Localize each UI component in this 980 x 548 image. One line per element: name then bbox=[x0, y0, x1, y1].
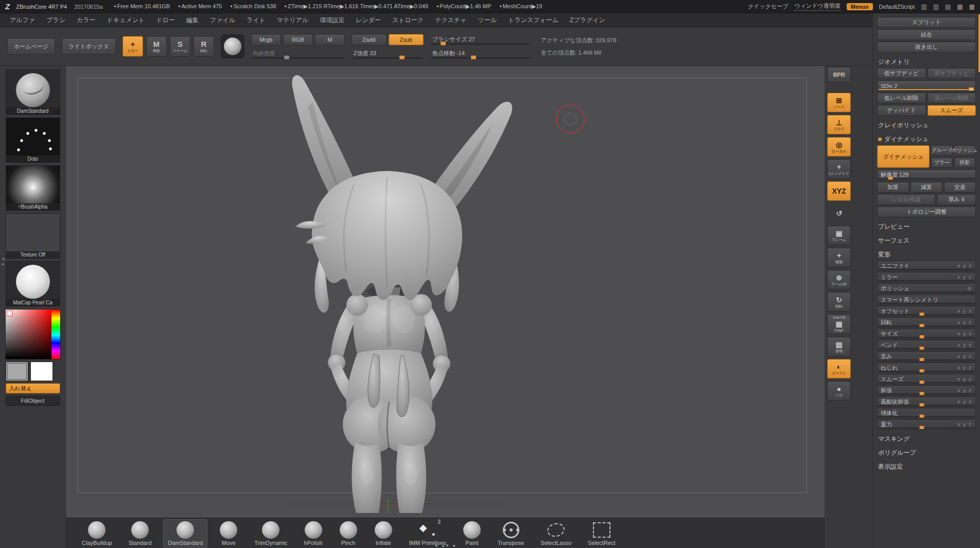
view-control-button[interactable]: XYZ bbox=[827, 181, 851, 201]
dynamesh-project-button[interactable]: 投影 bbox=[954, 158, 975, 168]
masking-section-header[interactable]: マスキング bbox=[878, 435, 975, 443]
fill-object-button[interactable]: FillObject bbox=[6, 396, 60, 406]
view-control-button[interactable]: ◎ ローカル bbox=[827, 137, 851, 157]
axis-toggles[interactable]: x y z bbox=[957, 275, 972, 280]
menu-item[interactable]: ファイル bbox=[204, 14, 241, 27]
tray-pager-arrows[interactable]: ◄▲▼► bbox=[434, 543, 457, 548]
menu-item[interactable]: ツール bbox=[472, 14, 503, 27]
tray-brush[interactable]: Standard bbox=[124, 519, 156, 547]
delete-lower-button[interactable]: 低レベル削除 bbox=[877, 93, 926, 104]
view-control-button[interactable]: ▨ 透明 bbox=[827, 337, 851, 356]
menu-item[interactable]: ドロー bbox=[150, 14, 181, 27]
deform-slider[interactable]: オフセット x y z bbox=[877, 306, 976, 316]
grid-layout-icon[interactable]: ▩ bbox=[969, 3, 975, 10]
menu-item[interactable]: Zプラグイン bbox=[564, 14, 611, 27]
subtool-action-button[interactable]: スプリット bbox=[877, 17, 976, 28]
mode-button[interactable]: M 移動 bbox=[146, 36, 167, 57]
dynamesh-polish-button[interactable]: ポリッシュ bbox=[954, 145, 975, 156]
focal-shift-slider[interactable]: 焦点移動 -14 bbox=[430, 48, 531, 59]
axis-toggles[interactable]: x y z bbox=[957, 331, 972, 336]
tray-brush[interactable]: Inflate bbox=[370, 519, 397, 547]
m-button[interactable]: M bbox=[315, 34, 345, 45]
resource-thumbnail[interactable]: DamStandard bbox=[6, 70, 60, 115]
view-control-button[interactable]: Line Fill ▦ PolyF bbox=[827, 314, 851, 334]
menu-item[interactable]: ライト bbox=[241, 14, 271, 27]
tray-brush[interactable]: Pinch bbox=[335, 519, 362, 547]
quicksave-button[interactable]: クイックセーブ bbox=[748, 3, 789, 10]
tray-brush[interactable]: Paint bbox=[458, 519, 486, 547]
deform-slider[interactable]: 歪み x y z bbox=[877, 351, 976, 362]
rgb-intensity-slider[interactable]: Rgb強度 bbox=[251, 48, 345, 59]
zsub-button[interactable]: Zsub bbox=[389, 34, 424, 45]
view-control-button[interactable]: + Lシンメトリ bbox=[827, 159, 851, 179]
shelf-pager-arrows[interactable]: ◂▸ bbox=[0, 256, 6, 267]
deform-slider[interactable]: サイズ x y z bbox=[877, 329, 976, 339]
deform-slider[interactable]: ベンド x y z bbox=[877, 340, 976, 350]
deform-handle[interactable] bbox=[919, 381, 924, 384]
tray-brush[interactable]: DamStandard bbox=[163, 519, 207, 547]
homepage-button[interactable]: ホームページ bbox=[7, 38, 55, 55]
claypolish-section-header[interactable]: クレイポリッシュ bbox=[878, 121, 975, 130]
zadd-button[interactable]: Zadd bbox=[352, 34, 387, 45]
menu-item[interactable]: アルファ bbox=[4, 14, 41, 27]
axis-toggles[interactable]: x y z bbox=[957, 309, 972, 314]
zscript-label[interactable]: DefaultZScript bbox=[879, 4, 915, 10]
sculpt-viewport[interactable] bbox=[66, 66, 825, 518]
delete-higher-button[interactable]: 高レベル削除 bbox=[927, 93, 976, 104]
z-intensity-slider[interactable]: Z強度 33 bbox=[352, 48, 424, 59]
divide-button[interactable]: ディバイド bbox=[877, 105, 926, 116]
mrgb-button[interactable]: Mrgb bbox=[251, 34, 281, 45]
topology-adjust-button[interactable]: トポロジー調整 bbox=[877, 207, 976, 217]
doc-layout-icon[interactable]: ▦ bbox=[957, 3, 962, 10]
mode-button[interactable]: + ドロー bbox=[122, 36, 143, 57]
resource-thumbnail[interactable]: ~BrushAlpha bbox=[6, 165, 60, 211]
resolution-slider[interactable]: 解像度 128 bbox=[877, 169, 976, 180]
dynamesh-add-button[interactable]: 加算 bbox=[877, 182, 909, 193]
view-control-button[interactable]: ↻ 回転 bbox=[827, 292, 851, 312]
tray-brush[interactable]: Move bbox=[215, 519, 242, 547]
dynamesh-button[interactable]: ダイナメッシュ bbox=[877, 145, 930, 168]
deform-slider[interactable]: 回転 x y z bbox=[877, 317, 976, 328]
menu-item[interactable]: 編集 bbox=[181, 14, 204, 27]
view-control-button[interactable]: ⊕ ズーム3D bbox=[827, 270, 851, 289]
switch-color-button[interactable]: 入れ替え bbox=[6, 383, 60, 393]
subtool-action-button[interactable]: 結合 bbox=[877, 29, 976, 40]
smooth-button[interactable]: スムーズ bbox=[927, 105, 976, 116]
preview-section-header[interactable]: プレビュー bbox=[878, 222, 975, 231]
create-shell-button[interactable]: シェル作成 bbox=[877, 194, 935, 205]
menu-item[interactable]: レンダー bbox=[350, 14, 387, 27]
brush-size-handle[interactable] bbox=[441, 42, 446, 45]
sdiv-slider[interactable]: SDiv 2 bbox=[877, 80, 976, 91]
deform-handle[interactable] bbox=[919, 335, 924, 338]
brush-size-slider[interactable]: ブラシサイズ 27 bbox=[430, 34, 531, 45]
rgb-intensity-handle[interactable] bbox=[284, 56, 289, 59]
menus-button[interactable]: Menus bbox=[847, 3, 873, 10]
dynamesh-blur-button[interactable]: ブラー bbox=[931, 158, 952, 168]
deform-handle[interactable] bbox=[919, 347, 924, 350]
color-picker[interactable] bbox=[5, 309, 61, 359]
deform-handle[interactable] bbox=[919, 369, 924, 372]
resource-thumbnail[interactable]: Texture Off bbox=[6, 213, 60, 259]
deform-handle[interactable] bbox=[919, 415, 924, 418]
dynamesh-and-button[interactable]: 交差 bbox=[944, 182, 976, 193]
tray-brush[interactable]: SelectRect bbox=[583, 519, 620, 547]
dynamesh-group-button[interactable]: グループ bbox=[931, 145, 952, 156]
thickness-slider[interactable]: 厚み 4 bbox=[937, 194, 976, 205]
view-control-button[interactable]: ⊥ フロア bbox=[827, 115, 851, 134]
tray-brush[interactable]: hPolish bbox=[300, 519, 327, 547]
deform-slider[interactable]: 重力 x y z bbox=[877, 419, 976, 430]
lightbox-button[interactable]: ライトボックス bbox=[62, 38, 116, 55]
dynamesh-sub-button[interactable]: 減算 bbox=[911, 182, 942, 193]
view-control-button[interactable]: ● ソロ bbox=[827, 381, 851, 401]
z-intensity-handle[interactable] bbox=[399, 56, 405, 59]
tray-brush[interactable]: TrimDynamic bbox=[250, 519, 292, 547]
sliders-icon[interactable]: ▥ bbox=[933, 3, 939, 10]
window-opacity-button[interactable]: ウィンドウ透明度 bbox=[794, 2, 840, 11]
palette-icon[interactable]: ▤ bbox=[945, 3, 951, 10]
resolution-handle[interactable] bbox=[888, 177, 892, 180]
axis-toggles[interactable]: x y z bbox=[957, 422, 972, 427]
deform-handle[interactable] bbox=[919, 403, 924, 406]
deform-slider[interactable]: スムーズ x y z bbox=[877, 374, 976, 384]
view-control-button[interactable]: ▣ フレーム bbox=[827, 226, 851, 245]
axis-toggles[interactable]: x y z bbox=[957, 376, 972, 382]
